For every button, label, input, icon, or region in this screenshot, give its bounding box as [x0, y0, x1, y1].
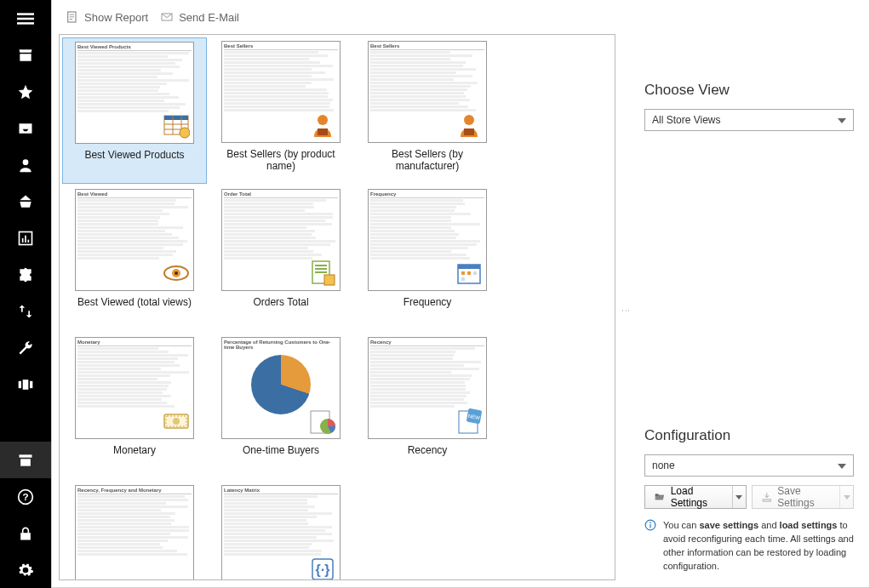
report-tile[interactable]: Latency Matrix{·}	[209, 482, 353, 580]
sidebar-store-icon[interactable]	[0, 37, 51, 73]
sidebar-hamburger[interactable]	[0, 0, 51, 37]
svg-rect-44	[467, 271, 471, 275]
save-settings-label: Save Settings	[777, 485, 831, 509]
svg-point-3	[23, 159, 29, 165]
load-settings-group: Load Settings	[644, 485, 747, 509]
svg-rect-40	[324, 275, 335, 285]
configuration-heading: Configuration	[644, 427, 854, 444]
report-tile[interactable]: Best Viewed ProductsBest Viewed Products	[62, 37, 207, 184]
report-tile[interactable]: Recency, Frequency and Monetary	[62, 482, 207, 580]
svg-rect-7	[28, 239, 30, 242]
right-panel: Choose View All Store Views Configuratio…	[629, 34, 869, 587]
sidebar-chart-icon[interactable]	[0, 220, 51, 256]
svg-rect-20	[70, 19, 72, 20]
report-type-icon	[163, 408, 190, 435]
sidebar-wrench-icon[interactable]	[0, 329, 51, 366]
report-thumbnail: Recency, Frequency and Monetary	[75, 485, 194, 580]
svg-rect-13	[24, 460, 28, 462]
report-label: Best Sellers (by manufacturer)	[358, 148, 496, 173]
report-type-icon	[309, 260, 336, 287]
sidebar-person-icon[interactable]	[0, 146, 51, 183]
sidebar-lock-icon[interactable]	[0, 515, 51, 551]
report-type-icon	[455, 260, 483, 287]
svg-rect-30	[318, 128, 328, 135]
save-settings-dropdown[interactable]	[839, 486, 853, 508]
report-label: Orders Total	[253, 296, 308, 308]
save-settings-button[interactable]: Save Settings	[753, 486, 840, 508]
report-label: Best Sellers (by product name)	[212, 148, 350, 173]
report-type-icon	[309, 408, 336, 435]
report-tile[interactable]: Best ViewedBest Viewed (total views)	[62, 186, 207, 332]
report-thumbnail: Order Total	[221, 189, 341, 291]
report-type-icon: NEW	[455, 408, 483, 435]
svg-rect-9	[23, 380, 29, 390]
show-report-button[interactable]: Show Report	[62, 9, 152, 26]
svg-rect-6	[25, 235, 26, 242]
configuration-select[interactable]: none	[644, 454, 854, 477]
report-label: Recency	[408, 444, 448, 456]
sidebar-columns-icon[interactable]	[0, 366, 51, 402]
svg-rect-0	[17, 13, 34, 15]
save-settings-group: Save Settings	[752, 485, 854, 509]
svg-rect-16	[20, 533, 31, 539]
choose-view-value: All Store Views	[652, 114, 720, 126]
svg-rect-32	[464, 128, 474, 135]
report-thumbnail: RecencyNEW	[368, 337, 487, 439]
svg-point-29	[318, 115, 328, 125]
svg-rect-37	[315, 265, 327, 266]
svg-rect-11	[20, 454, 32, 457]
sidebar-puzzle-icon[interactable]	[0, 256, 51, 293]
report-type-icon	[455, 111, 483, 139]
main-area: Show Report Send E-Mail Best Viewed Prod…	[51, 0, 870, 588]
report-label: Monetary	[113, 444, 156, 456]
load-settings-button[interactable]: Load Settings	[645, 486, 732, 508]
configuration-info-text: You can save settings and load settings …	[663, 519, 854, 574]
send-email-button[interactable]: Send E-Mail	[157, 9, 243, 26]
report-gallery-container: Best Viewed ProductsBest Viewed Products…	[59, 34, 615, 580]
chevron-down-icon	[838, 114, 846, 126]
svg-point-58	[650, 522, 651, 523]
load-settings-dropdown[interactable]	[732, 486, 746, 508]
svg-rect-1	[17, 17, 34, 20]
svg-rect-39	[315, 271, 327, 273]
report-tile[interactable]: Order TotalOrders Total	[209, 186, 353, 332]
report-thumbnail: Frequency	[368, 189, 487, 291]
svg-rect-8	[19, 380, 21, 387]
report-tile[interactable]: RecencyNEWRecency	[355, 334, 500, 480]
splitter-handle[interactable]: ⋮	[622, 34, 629, 587]
svg-text:?: ?	[22, 491, 28, 502]
report-type-icon	[163, 112, 190, 140]
report-tile[interactable]: Best SellersBest Sellers (by product nam…	[209, 37, 353, 184]
sidebar-inbox-icon[interactable]	[0, 110, 51, 146]
sidebar-basket-icon[interactable]	[0, 183, 51, 220]
configuration-info: You can save settings and load settings …	[644, 519, 854, 574]
sidebar-star-icon[interactable]	[0, 73, 51, 110]
report-gallery[interactable]: Best Viewed ProductsBest Viewed Products…	[60, 35, 615, 580]
svg-point-49	[173, 418, 180, 425]
report-tile[interactable]: Best SellersBest Sellers (by manufacture…	[355, 37, 500, 184]
download-icon	[761, 490, 773, 504]
toolbar: Show Report Send E-Mail	[52, 0, 869, 34]
report-label: Best Viewed (total views)	[77, 296, 192, 308]
report-tile[interactable]: MonetaryMonetary	[62, 334, 207, 480]
send-email-label: Send E-Mail	[179, 11, 239, 24]
sidebar-archive-icon[interactable]	[0, 442, 51, 478]
report-label: One-time Buyers	[243, 444, 319, 456]
sidebar-help-icon[interactable]: ?	[0, 478, 51, 515]
svg-point-35	[175, 271, 178, 275]
sidebar-sync-icon[interactable]	[0, 293, 51, 329]
report-type-icon: {·}	[309, 556, 336, 580]
report-tile[interactable]: FrequencyFrequency	[355, 186, 500, 332]
svg-rect-23	[164, 116, 188, 120]
choose-view-heading: Choose View	[644, 82, 854, 99]
report-type-icon	[163, 556, 190, 580]
config-button-row: Load Settings Save Settings	[644, 485, 854, 509]
svg-rect-10	[30, 380, 32, 387]
report-tile[interactable]: Percentage of Returning Customers to One…	[209, 334, 353, 480]
svg-point-28	[180, 128, 190, 138]
choose-view-select[interactable]: All Store Views	[644, 109, 854, 131]
folder-open-icon	[654, 490, 666, 504]
report-label: Frequency	[404, 296, 452, 308]
svg-rect-59	[650, 524, 650, 528]
sidebar-gear-icon[interactable]	[0, 551, 51, 588]
